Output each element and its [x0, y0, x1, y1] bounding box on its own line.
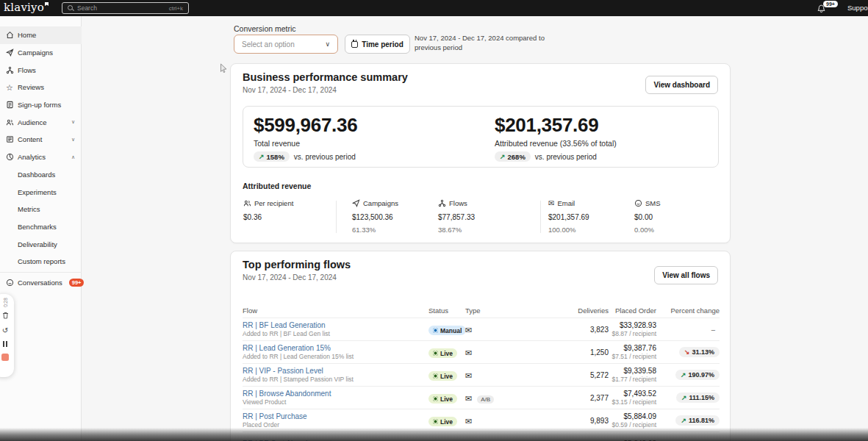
chevron-down-icon: ∨ [325, 40, 330, 48]
sidebar-item-flows[interactable]: Flows [0, 61, 82, 79]
percent-change-badge: ↘31.13% [679, 347, 720, 357]
flow-link[interactable]: RR | VIP - Passion Level [243, 367, 428, 375]
send-icon [352, 199, 360, 207]
stop-icon[interactable] [1, 354, 9, 361]
email-type-icon: ✉ [465, 394, 472, 403]
card-title: Top performing flows [243, 259, 351, 270]
live-status-icon [433, 373, 438, 379]
placed-order-value: $5,884.09 [609, 412, 656, 420]
conversion-metric-select[interactable]: Select an option ∨ [234, 35, 338, 54]
breakdown-divider [336, 201, 337, 233]
col-deliveries[interactable]: Deliveries [511, 306, 609, 315]
sidebar-item-deliverability[interactable]: Deliverability [0, 235, 82, 253]
percent-change-badge: ↗190.97% [675, 370, 720, 380]
col-type[interactable]: Type [465, 306, 511, 315]
sidebar-item-conversations[interactable]: Conversations 99+ [0, 274, 82, 292]
sidebar-item-reviews[interactable]: ☆ Reviews [0, 79, 82, 96]
deliveries-value: 9,893 [511, 417, 609, 425]
breakdown-sms: SMS $0.00 0.00% [634, 199, 661, 234]
col-flow[interactable]: Flow [243, 306, 428, 315]
breakdown-campaigns: Campaigns $123,500.36 61.33% [352, 199, 398, 234]
sidebar-item-audience[interactable]: Audience ∨ [0, 113, 82, 131]
logo-text: klaviyo [4, 1, 44, 14]
time-period-button[interactable]: Time period [345, 35, 410, 54]
pause-icon[interactable] [3, 341, 7, 347]
flow-link[interactable]: RR | BF Lead Generation [243, 321, 428, 329]
sidebar-item-label: Home [18, 31, 36, 39]
sidebar-item-label: Analytics [18, 153, 46, 161]
col-placed-order[interactable]: Placed Order [609, 306, 656, 315]
sidebar-item-analytics[interactable]: Analytics ∧ [0, 148, 82, 166]
people-icon [243, 199, 251, 207]
app-window: klaviyo Search ctrl+k 99+ Support Home C… [0, 0, 868, 441]
flow-subtitle: Added to RR | BF Lead Gen list [243, 330, 428, 337]
search-shortcut: ctrl+k [169, 5, 183, 12]
email-type-icon: ✉ [465, 348, 472, 357]
restart-icon[interactable]: ↺ [2, 327, 8, 334]
select-placeholder: Select an option [242, 40, 325, 49]
sms-icon [634, 199, 642, 207]
trend-up-icon: ↗ [259, 153, 265, 160]
per-recipient-value: $7.51 / recipient [609, 353, 656, 360]
email-icon: ✉ [548, 199, 554, 207]
flow-link[interactable]: RR | Browse Abandonment [243, 390, 428, 398]
analytics-icon [5, 153, 14, 162]
flow-subtitle: Placed Order [243, 421, 428, 429]
trend-up-icon: ↗ [681, 417, 686, 424]
search-input[interactable]: Search ctrl+k [62, 2, 189, 14]
sidebar-item-signup-forms[interactable]: Sign-up forms [0, 96, 82, 114]
sidebar-item-campaigns[interactable]: Campaigns [0, 44, 82, 62]
per-recipient-value: $3.15 / recipient [609, 398, 656, 406]
calendar-icon [351, 41, 358, 48]
view-dashboard-button[interactable]: View dashboard [645, 76, 718, 94]
trend-up-icon: ↗ [681, 394, 687, 401]
view-all-flows-button[interactable]: View all flows [654, 266, 718, 284]
col-percent-change[interactable]: Percent change [656, 306, 720, 315]
table-row: RR | Lead Generation 15%Added to RR | Le… [243, 340, 720, 363]
sidebar-item-benchmarks[interactable]: Benchmarks [0, 218, 82, 236]
revenue-stat-box: $599,967.36 Total revenue ↗158% vs. prev… [243, 106, 719, 168]
sidebar-item-metrics[interactable]: Metrics [0, 201, 82, 218]
flow-link[interactable]: RR | Lead Generation 15% [243, 344, 428, 352]
attributed-revenue-label: Attributed revenue (33.56% of total) [495, 139, 617, 148]
screen-recorder-widget: 0:28 ↺ [0, 294, 14, 377]
sidebar-item-label: Audience [18, 118, 47, 126]
trend-down-icon: ↘ [684, 348, 690, 356]
placed-order-value: $7,493.52 [609, 390, 656, 398]
klaviyo-logo[interactable]: klaviyo [4, 1, 49, 14]
placed-order-value: $9,339.58 [609, 367, 656, 375]
sidebar-item-custom-reports[interactable]: Custom reports [0, 253, 82, 270]
support-link[interactable]: Support [847, 4, 868, 12]
live-status-icon [433, 351, 438, 356]
live-status-icon [433, 396, 438, 401]
flows-table: Flow Status Type Deliveries Placed Order… [243, 303, 720, 441]
notifications-button[interactable]: 99+ [817, 1, 836, 15]
sidebar-item-dashboards[interactable]: Dashboards [0, 166, 82, 184]
sidebar-item-label: Sign-up forms [18, 101, 61, 109]
sidebar-item-experiments[interactable]: Experiments [0, 183, 82, 201]
email-type-icon: ✉ [465, 326, 472, 334]
total-revenue-value: $599,967.36 [254, 114, 357, 137]
live-status-icon [433, 419, 438, 424]
card-title: Business performance summary [243, 71, 408, 83]
sidebar-item-content[interactable]: Content ∨ [0, 131, 82, 148]
attributed-revenue-change-badge: ↗268% [495, 151, 531, 162]
flows-icon [5, 65, 14, 74]
ab-test-badge: A/B [477, 395, 494, 404]
table-row: RR | BF Lead GenerationAdded to RR | BF … [243, 318, 720, 340]
table-row: RR | VIP - Passion LevelAdded to RR | St… [243, 363, 720, 386]
business-performance-card: Business performance summary Nov 17, 202… [230, 63, 731, 243]
trash-icon[interactable] [2, 312, 9, 320]
conversations-badge: 99+ [69, 279, 85, 287]
per-recipient-value: $8.87 / recipient [609, 330, 656, 337]
sidebar-item-home[interactable]: Home [0, 26, 82, 44]
time-period-label: Time period [362, 40, 403, 49]
percent-change-value: – [711, 326, 720, 334]
flow-link[interactable]: RR | Post Purchase [243, 412, 428, 420]
logo-flag-icon [45, 2, 49, 6]
vs-previous-period-note: vs. previous period [535, 153, 597, 161]
col-status[interactable]: Status [428, 306, 465, 315]
card-date-range: Nov 17, 2024 - Dec 17, 2024 [243, 86, 337, 94]
card-date-range: Nov 17, 2024 - Dec 17, 2024 [243, 273, 337, 282]
status-badge: Manual [428, 326, 466, 335]
